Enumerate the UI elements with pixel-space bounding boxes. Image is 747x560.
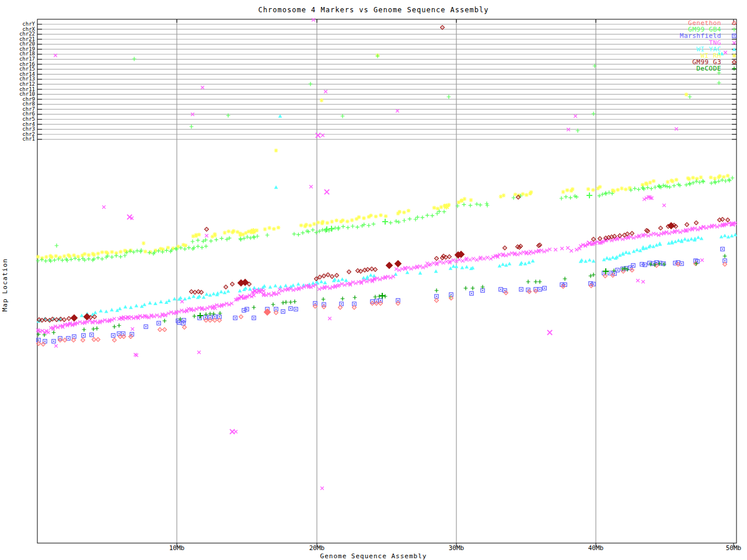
square-marker-icon bbox=[729, 33, 739, 39]
scatter-plot-canvas bbox=[0, 0, 747, 560]
page-title: Chromosome 4 Markers vs Genome Sequence … bbox=[0, 6, 747, 14]
x-tick-label: 40Mb bbox=[588, 544, 604, 552]
diamond-marker-icon bbox=[729, 59, 739, 65]
series-marshfield bbox=[37, 247, 727, 343]
legend: GenethonGM99 GB4MarshfieldTNGWI YACWI RH… bbox=[680, 20, 739, 72]
genome-plot-page: Chromosome 4 Markers vs Genome Sequence … bbox=[0, 0, 747, 560]
series-genethon bbox=[37, 262, 727, 346]
x-axis-label: Genome Sequence Assembly bbox=[0, 552, 747, 560]
series-wi-yac bbox=[37, 52, 738, 323]
x-marker-icon bbox=[729, 40, 739, 46]
legend-label: DeCODE bbox=[696, 65, 721, 72]
series-gm99-gb4 bbox=[36, 54, 735, 299]
plus-marker-icon bbox=[729, 65, 739, 72]
triangle-marker-icon bbox=[729, 46, 739, 52]
plot-border bbox=[37, 19, 736, 543]
x-tick-label: 20Mb bbox=[309, 544, 325, 552]
chrom-row-label: chr1 bbox=[1, 136, 35, 142]
series-decode bbox=[37, 254, 727, 337]
y-axis-label: Map Location bbox=[1, 244, 9, 326]
x-tick-label: 30Mb bbox=[449, 544, 465, 552]
legend-item-decode: DeCODE bbox=[680, 65, 739, 72]
diamond-marker-icon bbox=[729, 20, 739, 26]
x-tick-label: 10Mb bbox=[169, 544, 185, 552]
x-tick-label: 50Mb bbox=[726, 544, 742, 552]
plus-marker-icon bbox=[729, 26, 739, 33]
star-marker-icon bbox=[729, 52, 739, 59]
